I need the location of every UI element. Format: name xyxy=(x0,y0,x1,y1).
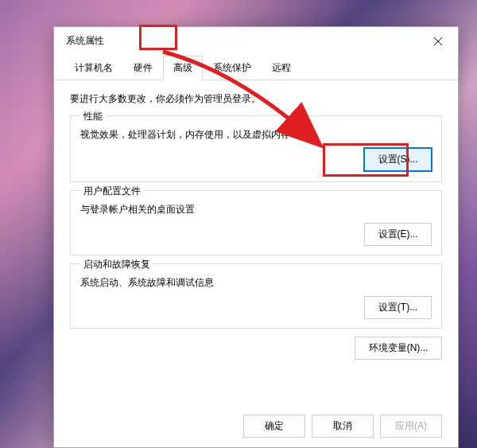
tab-strip: 计算机名 硬件 高级 系统保护 远程 xyxy=(54,55,458,80)
titlebar: 系统属性 xyxy=(54,27,458,55)
startup-settings-button[interactable]: 设置(T)... xyxy=(364,296,432,319)
tab-advanced[interactable]: 高级 xyxy=(163,56,203,80)
cancel-button[interactable]: 取消 xyxy=(312,415,374,438)
tab-hardware[interactable]: 硬件 xyxy=(123,56,163,80)
ok-button[interactable]: 确定 xyxy=(243,415,305,438)
window-title: 系统属性 xyxy=(66,34,104,48)
close-button[interactable] xyxy=(426,31,450,51)
close-icon xyxy=(434,37,442,45)
tab-computer-name[interactable]: 计算机名 xyxy=(64,56,123,80)
user-profile-group: 用户配置文件 与登录帐户相关的桌面设置 设置(E)... xyxy=(70,190,442,255)
user-profile-settings-button[interactable]: 设置(E)... xyxy=(364,223,432,246)
startup-desc: 系统启动、系统故障和调试信息 xyxy=(80,276,432,290)
tab-remote[interactable]: 远程 xyxy=(262,56,301,80)
startup-legend: 启动和故障恢复 xyxy=(80,258,153,271)
tab-content: 要进行大多数更改，你必须作为管理员登录。 性能 视觉效果，处理器计划，内存使用，… xyxy=(54,80,458,368)
apply-button: 应用(A) xyxy=(380,415,442,438)
environment-variables-button[interactable]: 环境变量(N)... xyxy=(355,337,442,360)
admin-notice: 要进行大多数更改，你必须作为管理员登录。 xyxy=(70,92,442,106)
performance-legend: 性能 xyxy=(80,110,106,123)
user-profile-legend: 用户配置文件 xyxy=(80,185,144,198)
performance-desc: 视觉效果，处理器计划，内存使用，以及虚拟内存 xyxy=(80,128,432,142)
user-profile-desc: 与登录帐户相关的桌面设置 xyxy=(80,203,432,216)
dialog-footer: 确定 取消 应用(A) xyxy=(243,415,442,438)
tab-system-protection[interactable]: 系统保护 xyxy=(203,56,262,80)
performance-group: 性能 视觉效果，处理器计划，内存使用，以及虚拟内存 设置(S)... xyxy=(70,115,442,182)
startup-recovery-group: 启动和故障恢复 系统启动、系统故障和调试信息 设置(T)... xyxy=(70,263,442,329)
system-properties-dialog: 系统属性 计算机名 硬件 高级 系统保护 远程 要进行大多数更改，你必须作为管理… xyxy=(53,26,459,448)
performance-settings-button[interactable]: 设置(S)... xyxy=(364,148,432,171)
